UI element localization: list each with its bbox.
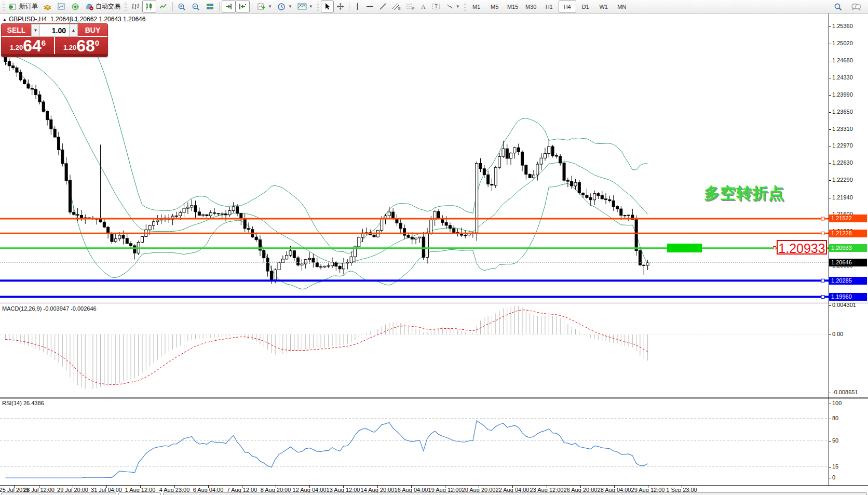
- timeframe-button-h1[interactable]: H1: [540, 1, 558, 12]
- timeframe-button-mn[interactable]: MN: [613, 1, 631, 12]
- indicators-icon: [257, 3, 266, 10]
- candle-body: [217, 213, 220, 214]
- equidistant-channel-button[interactable]: E: [389, 1, 403, 12]
- candle-body: [422, 237, 425, 257]
- zoom-in-button[interactable]: [175, 1, 189, 12]
- candle-body: [80, 215, 83, 218]
- timeframe-button-m5[interactable]: M5: [486, 1, 504, 12]
- rsi-tick-label: 0: [832, 474, 835, 480]
- main-chart-canvas[interactable]: [0, 14, 829, 302]
- date-tick: [648, 486, 648, 488]
- text-label-button[interactable]: T: [429, 1, 443, 12]
- bb-middle: [6, 54, 648, 264]
- sell-price-display[interactable]: 1.20646: [2, 37, 54, 54]
- timeframe-button-h4[interactable]: H4: [559, 1, 576, 12]
- annotation-text[interactable]: 多空转折点: [704, 183, 784, 204]
- timeframe-button-m30[interactable]: M30: [522, 1, 540, 12]
- price-tick-label: 1.23990: [832, 91, 853, 98]
- candle-body: [270, 271, 273, 279]
- line-anchor[interactable]: [821, 232, 824, 235]
- line-anchor[interactable]: [821, 217, 824, 220]
- macd-tick: [829, 335, 831, 335]
- timeframe-button-m15[interactable]: M15: [504, 1, 522, 12]
- timeframe-button-d1[interactable]: D1: [577, 1, 594, 12]
- auto-trading-button[interactable]: 自动交易: [83, 1, 123, 12]
- vertical-line-button[interactable]: [351, 1, 363, 12]
- candle-body: [358, 237, 360, 247]
- market-book-button[interactable]: [40, 1, 55, 12]
- candle-body: [46, 112, 49, 120]
- rsi-tick: [829, 404, 831, 404]
- horizontal-line-button[interactable]: [363, 1, 376, 12]
- tile-windows-button[interactable]: [203, 1, 217, 12]
- line-anchor[interactable]: [821, 279, 824, 282]
- candle-body: [38, 95, 41, 102]
- cursor-button[interactable]: [321, 1, 334, 12]
- templates-button[interactable]: ▼: [295, 1, 316, 12]
- candle-body: [50, 120, 52, 129]
- panel-separator[interactable]: [0, 302, 868, 302]
- collapse-icon[interactable]: ▲: [3, 17, 7, 22]
- chart-shift-button[interactable]: [236, 1, 250, 12]
- zoom-out-button[interactable]: [189, 1, 203, 12]
- rsi-indicator-canvas[interactable]: [0, 399, 829, 486]
- price-tick-label: 1.22970: [832, 142, 853, 149]
- buy-button[interactable]: BUY: [78, 24, 107, 37]
- candle-body: [213, 213, 216, 213]
- panel-separator[interactable]: [0, 397, 868, 398]
- candle-body: [528, 175, 531, 178]
- date-tick: [512, 486, 513, 488]
- price-tick-label: 1.25360: [832, 23, 853, 29]
- arrows-button[interactable]: ▼: [443, 1, 463, 12]
- trendline-button[interactable]: [376, 1, 389, 12]
- bar-chart-button[interactable]: [128, 1, 142, 12]
- rsi-tick: [829, 441, 831, 442]
- candle-body: [593, 194, 596, 200]
- highlight-rectangle[interactable]: [667, 244, 702, 252]
- chat-button[interactable]: [848, 1, 864, 12]
- fibonacci-button[interactable]: F: [403, 1, 417, 12]
- volume-input[interactable]: 1.00: [40, 24, 69, 37]
- buy-price-sup: 0: [95, 38, 99, 47]
- signals-button[interactable]: [69, 1, 83, 12]
- candle-body: [635, 220, 638, 251]
- candle-body: [191, 206, 193, 207]
- chart-tab[interactable]: [163, 492, 867, 495]
- macd-indicator-canvas[interactable]: [0, 303, 829, 397]
- toolbar-separator: [172, 2, 173, 11]
- candle-body: [175, 216, 178, 217]
- price-callout-box[interactable]: 1.20933: [777, 240, 827, 255]
- rsi-label: RSI(14) 26.4386: [2, 400, 44, 406]
- candle-body: [69, 180, 71, 212]
- sell-button[interactable]: SELL: [2, 24, 31, 37]
- ohlc-values: 1.20648 1.20662 1.20643 1.20646: [50, 16, 146, 23]
- volume-increase-button[interactable]: ▲: [69, 24, 78, 37]
- line-chart-button[interactable]: [156, 1, 170, 12]
- price-tick: [829, 95, 831, 96]
- candle-body: [141, 237, 144, 243]
- new-order-button[interactable]: 新订单: [6, 1, 40, 12]
- text-button[interactable]: A: [417, 1, 429, 12]
- date-tick: [242, 486, 242, 488]
- line-anchor[interactable]: [821, 296, 824, 299]
- chart-tab-active[interactable]: [118, 492, 161, 495]
- data-window-button[interactable]: [55, 1, 69, 12]
- toolbar: 新订单 自动交易: [0, 0, 868, 14]
- timeframe-button-w1[interactable]: W1: [595, 1, 613, 12]
- candle-body: [403, 229, 406, 235]
- indicators-button[interactable]: ▼: [254, 1, 275, 12]
- auto-scroll-button[interactable]: [222, 1, 236, 12]
- buy-price-display[interactable]: 1.20680: [55, 37, 107, 54]
- candle-body: [350, 257, 352, 262]
- candle-body: [35, 89, 37, 95]
- candle-body: [304, 260, 307, 264]
- crosshair-button[interactable]: [334, 1, 347, 12]
- volume-decrease-button[interactable]: ▼: [31, 24, 40, 37]
- search-button[interactable]: [831, 1, 845, 12]
- timeframe-button-m1[interactable]: M1: [468, 1, 485, 12]
- candlestick-chart-button[interactable]: [142, 1, 156, 12]
- candle-body: [582, 193, 585, 195]
- chart-tab[interactable]: [1, 492, 116, 495]
- periods-button[interactable]: ▼: [275, 1, 295, 12]
- rsi-tick-label: 80: [832, 415, 838, 421]
